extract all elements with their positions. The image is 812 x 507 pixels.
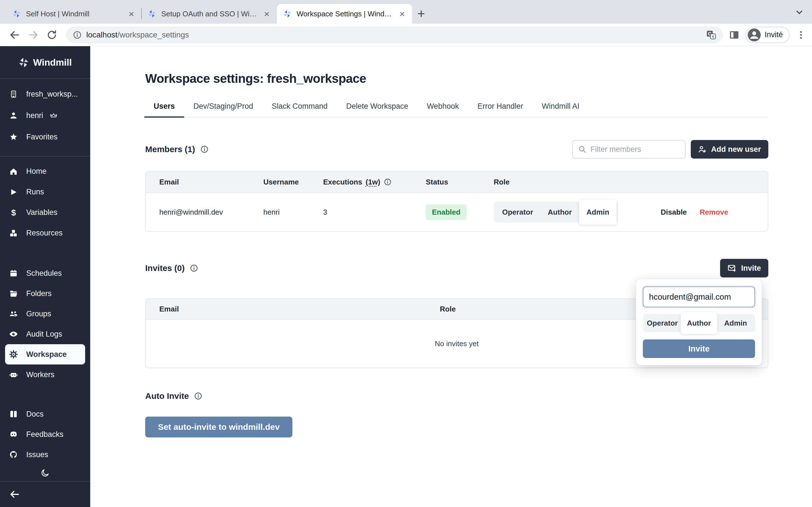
browser-tab-workspace-settings[interactable]: Workspace Settings | Windmill × xyxy=(277,4,412,24)
tab-windmill-ai[interactable]: Windmill AI xyxy=(532,102,589,117)
app-logo[interactable]: Windmill xyxy=(0,55,90,70)
url-text: localhost/workspace_settings xyxy=(86,31,702,40)
sidebar: Windmill fresh_worksp... henri xyxy=(0,46,90,507)
translate-icon[interactable]: Gx̄ xyxy=(706,30,716,40)
address-bar[interactable]: localhost/workspace_settings Gx̄ xyxy=(66,26,723,43)
collapse-sidebar-arrow-left-icon[interactable] xyxy=(9,489,20,500)
sidebar-item-label: Audit Logs xyxy=(26,330,62,339)
sidebar-item-runs[interactable]: Runs xyxy=(0,182,90,202)
tab-dev-staging-prod[interactable]: Dev/Staging/Prod xyxy=(184,102,262,117)
tab-users[interactable]: Users xyxy=(144,102,184,117)
sidebar-item-user[interactable]: henri xyxy=(0,105,90,126)
sidebar-item-favorites[interactable]: Favorites xyxy=(0,126,90,148)
tab-error-handler[interactable]: Error Handler xyxy=(468,102,532,117)
dollar-icon: $ xyxy=(9,208,18,217)
invites-heading: Invites (0) xyxy=(145,263,185,273)
info-circle-icon[interactable] xyxy=(384,178,392,186)
close-icon[interactable]: × xyxy=(128,9,135,18)
chevron-down-icon[interactable] xyxy=(795,7,804,17)
windmill-favicon-icon xyxy=(283,10,292,18)
tab-delete-workspace[interactable]: Delete Workspace xyxy=(337,102,417,117)
members-section-header: Members (1) Add new user xyxy=(145,140,768,159)
building-icon xyxy=(9,90,18,99)
sidebar-primary-nav: Home Runs $ Variables Resources xyxy=(0,157,90,243)
col-email: Email xyxy=(159,178,263,186)
github-icon xyxy=(9,450,18,459)
close-icon[interactable]: × xyxy=(263,9,271,18)
robot-icon xyxy=(9,370,18,379)
role-option-operator[interactable]: Operator xyxy=(495,202,541,223)
info-icon[interactable] xyxy=(73,31,82,40)
dark-mode-toggle-moon-icon[interactable] xyxy=(41,468,50,477)
app-logo-label: Windmill xyxy=(33,57,71,68)
sidebar-item-home[interactable]: Home xyxy=(0,161,90,182)
sidebar-item-label: Runs xyxy=(26,187,44,196)
member-email: henri@windmill.dev xyxy=(159,208,263,217)
remove-button[interactable]: Remove xyxy=(700,208,728,217)
kebab-menu-icon[interactable] xyxy=(794,27,808,42)
invite-email-input[interactable] xyxy=(643,286,755,307)
invites-section-header: Invites (0) Invite xyxy=(145,259,768,277)
close-icon[interactable]: × xyxy=(398,9,406,18)
sidebar-secondary-nav: Schedules Folders Groups Audit Logs xyxy=(0,263,90,385)
sidebar-item-issues[interactable]: Issues xyxy=(0,445,90,465)
profile-button[interactable]: Invité xyxy=(746,27,790,43)
tab-strip: Self Host | Windmill × Setup OAuth and S… xyxy=(0,0,812,24)
invite-popover: Operator Author Admin Invite xyxy=(636,279,762,365)
sidebar-item-label: Variables xyxy=(26,208,57,217)
sidebar-item-groups[interactable]: Groups xyxy=(0,304,90,324)
browser-tab-setup-oauth[interactable]: Setup OAuth and SSO | Windmill × xyxy=(142,4,277,24)
windmill-logo-icon xyxy=(18,57,29,68)
back-icon[interactable] xyxy=(7,27,22,42)
book-icon xyxy=(9,409,18,418)
member-role-segmented: Operator Author Admin xyxy=(494,202,618,223)
windmill-favicon-icon xyxy=(148,10,156,18)
sidebar-item-label: Resources xyxy=(26,229,63,237)
cubes-icon xyxy=(9,229,18,238)
browser-tab-self-host[interactable]: Self Host | Windmill × xyxy=(6,4,142,24)
sidebar-item-folders[interactable]: Folders xyxy=(0,283,90,304)
member-executions: 3 xyxy=(323,208,426,217)
info-circle-icon[interactable] xyxy=(190,264,198,272)
sidebar-item-label: fresh_worksp... xyxy=(26,90,78,99)
sidebar-item-label: Feedbacks xyxy=(26,430,63,439)
forward-icon[interactable] xyxy=(26,27,41,42)
sidebar-item-label: Folders xyxy=(26,289,52,298)
role-option-author[interactable]: Author xyxy=(541,202,579,223)
sidebar-item-docs[interactable]: Docs xyxy=(0,404,90,424)
mail-plus-icon xyxy=(727,264,737,273)
sidebar-item-resources[interactable]: Resources xyxy=(0,223,90,243)
invite-button[interactable]: Invite xyxy=(720,259,768,277)
role-option-author[interactable]: Author xyxy=(680,312,717,334)
sidebar-item-feedbacks[interactable]: Feedbacks xyxy=(0,424,90,445)
sidebar-item-variables[interactable]: $ Variables xyxy=(0,202,90,223)
side-panel-icon[interactable] xyxy=(727,27,742,42)
disable-button[interactable]: Disable xyxy=(661,208,687,217)
discord-icon xyxy=(9,430,18,439)
tab-webhook[interactable]: Webhook xyxy=(417,102,468,117)
sidebar-item-label: Issues xyxy=(26,450,48,459)
sidebar-item-schedules[interactable]: Schedules xyxy=(0,263,90,283)
invite-submit-button[interactable]: Invite xyxy=(643,339,755,358)
tab-slack-command[interactable]: Slack Command xyxy=(262,102,337,117)
filter-members-input[interactable] xyxy=(591,145,680,154)
sidebar-item-workspace[interactable]: Workspace xyxy=(5,344,85,364)
new-tab-button[interactable]: + xyxy=(412,4,430,22)
add-new-user-button[interactable]: Add new user xyxy=(691,140,768,159)
sidebar-item-audit-logs[interactable]: Audit Logs xyxy=(0,324,90,344)
user-icon xyxy=(9,111,18,120)
sidebar-item-label: Home xyxy=(26,167,47,176)
info-circle-icon[interactable] xyxy=(200,145,209,154)
tab-title: Setup OAuth and SSO | Windmill xyxy=(161,10,258,18)
folder-icon xyxy=(9,289,18,298)
main-content: Workspace settings: fresh_workspace User… xyxy=(90,46,812,507)
reload-icon[interactable] xyxy=(45,27,59,42)
set-auto-invite-button[interactable]: Set auto-invite to windmill.dev xyxy=(145,416,292,438)
status-badge: Enabled xyxy=(426,205,467,220)
role-option-admin[interactable]: Admin xyxy=(717,314,754,332)
role-option-admin[interactable]: Admin xyxy=(579,200,617,225)
sidebar-item-workspace-switcher[interactable]: fresh_worksp... xyxy=(0,83,90,105)
sidebar-item-workers[interactable]: Workers xyxy=(0,364,90,385)
info-circle-icon[interactable] xyxy=(194,392,202,400)
role-option-operator[interactable]: Operator xyxy=(644,314,680,332)
